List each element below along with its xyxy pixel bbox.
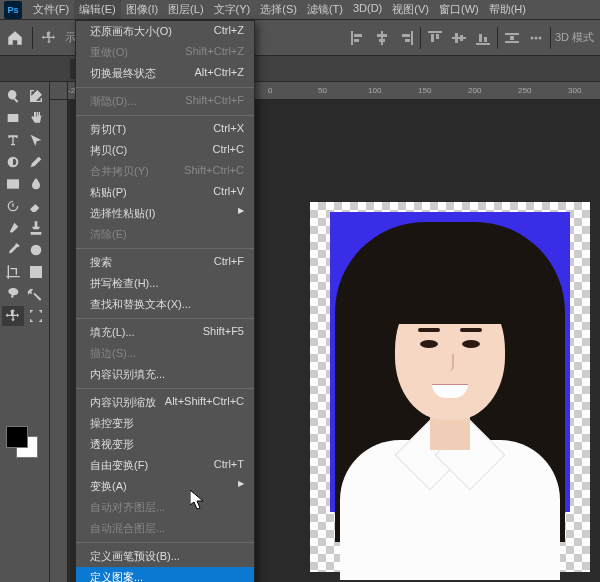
- menu-item-label: 还原画布大小(O): [90, 24, 172, 39]
- type-tool[interactable]: [2, 130, 24, 150]
- align-top-icon[interactable]: [425, 28, 445, 48]
- align-right-icon[interactable]: [396, 28, 416, 48]
- portrait-photo: [330, 212, 570, 572]
- menu-separator: [76, 115, 254, 116]
- menu-文件f[interactable]: 文件(F): [28, 0, 74, 19]
- menu-item-label: 粘贴(P): [90, 185, 127, 200]
- menu-item[interactable]: 定义画笔预设(B)...: [76, 546, 254, 567]
- dodge-tool[interactable]: [2, 152, 24, 172]
- crop-tool[interactable]: [2, 262, 24, 282]
- ruler-tick: 50: [318, 86, 327, 95]
- menu-item[interactable]: 拷贝(C)Ctrl+C: [76, 140, 254, 161]
- frame-tool[interactable]: [26, 262, 48, 282]
- align-center-h-icon[interactable]: [372, 28, 392, 48]
- menu-item[interactable]: 内容识别缩放Alt+Shift+Ctrl+C: [76, 392, 254, 413]
- menu-帮助h[interactable]: 帮助(H): [484, 0, 531, 19]
- menu-item-label: 操控变形: [90, 416, 134, 431]
- menu-item[interactable]: 定义图案...: [76, 567, 254, 582]
- menu-图层l[interactable]: 图层(L): [163, 0, 208, 19]
- zoom-icon: [5, 88, 21, 104]
- move-icon: [5, 308, 21, 324]
- eraser-icon: [28, 198, 44, 214]
- lasso-tool[interactable]: [2, 284, 24, 304]
- fg-color[interactable]: [6, 426, 28, 448]
- menu-item-label: 选择性粘贴(I): [90, 206, 155, 221]
- align-left-icon[interactable]: [348, 28, 368, 48]
- menu-shortcut: Shift+Ctrl+Z: [185, 45, 244, 60]
- hand-tool[interactable]: [26, 108, 48, 128]
- align-middle-v-icon[interactable]: [449, 28, 469, 48]
- blur-tool[interactable]: [26, 174, 48, 194]
- eyedrop-tool[interactable]: [2, 240, 24, 260]
- menu-item[interactable]: 切换最终状态Alt+Ctrl+Z: [76, 63, 254, 84]
- lasso-icon: [5, 286, 21, 302]
- menu-item-label: 定义图案...: [90, 570, 143, 582]
- menubar: Ps 文件(F)编辑(E)图像(I)图层(L)文字(Y)选择(S)滤镜(T)3D…: [0, 0, 600, 20]
- move-tool-icon[interactable]: [41, 30, 57, 46]
- svg-rect-16: [479, 34, 482, 42]
- history-tool[interactable]: [2, 196, 24, 216]
- move-tool[interactable]: [2, 306, 24, 326]
- menu-item[interactable]: 剪切(T)Ctrl+X: [76, 119, 254, 140]
- menu-编辑e[interactable]: 编辑(E): [74, 0, 121, 19]
- wand-tool[interactable]: [26, 284, 48, 304]
- spot-tool[interactable]: [26, 240, 48, 260]
- submenu-arrow-icon: ▶: [238, 206, 244, 221]
- menu-视图v[interactable]: 视图(V): [387, 0, 434, 19]
- menu-item[interactable]: 内容识别填充...: [76, 364, 254, 385]
- brush-tool[interactable]: [2, 218, 24, 238]
- menu-separator: [76, 318, 254, 319]
- svg-point-21: [530, 36, 533, 39]
- menu-item[interactable]: 透视变形: [76, 434, 254, 455]
- menu-item[interactable]: 自由变换(F)Ctrl+T: [76, 455, 254, 476]
- menu-item-label: 渐隐(D)...: [90, 94, 136, 109]
- menu-item-label: 搜索: [90, 255, 112, 270]
- menu-item-label: 自动混合图层...: [90, 521, 165, 536]
- menu-item[interactable]: 还原画布大小(O)Ctrl+Z: [76, 21, 254, 42]
- menu-item[interactable]: 操控变形: [76, 413, 254, 434]
- menu-item[interactable]: 选择性粘贴(I)▶: [76, 203, 254, 224]
- menu-item[interactable]: 变换(A)▶: [76, 476, 254, 497]
- menu-选择s[interactable]: 选择(S): [255, 0, 302, 19]
- menu-item[interactable]: 查找和替换文本(X)...: [76, 294, 254, 315]
- menu-3dd[interactable]: 3D(D): [348, 0, 387, 19]
- menu-窗口w[interactable]: 窗口(W): [434, 0, 484, 19]
- app-logo: Ps: [4, 1, 22, 19]
- menu-item[interactable]: 拼写检查(H)...: [76, 273, 254, 294]
- svg-rect-14: [460, 35, 463, 41]
- menu-图像i[interactable]: 图像(I): [121, 0, 163, 19]
- edit-tool[interactable]: [26, 86, 48, 106]
- svg-rect-2: [354, 39, 359, 42]
- gradient-icon: [5, 176, 21, 192]
- menu-item[interactable]: 粘贴(P)Ctrl+V: [76, 182, 254, 203]
- gradient-tool[interactable]: [2, 174, 24, 194]
- menu-item-label: 重做(O): [90, 45, 128, 60]
- eraser-tool[interactable]: [26, 196, 48, 216]
- menu-shortcut: Ctrl+X: [213, 122, 244, 137]
- frame-icon: [28, 264, 44, 280]
- path-tool[interactable]: [26, 130, 48, 150]
- menu-item[interactable]: 填充(L)...Shift+F5: [76, 322, 254, 343]
- rect-tool[interactable]: [2, 108, 24, 128]
- menu-文字y[interactable]: 文字(Y): [209, 0, 256, 19]
- menu-shortcut: Ctrl+Z: [214, 24, 244, 39]
- pen-tool[interactable]: [26, 152, 48, 172]
- divider: [32, 27, 33, 49]
- menu-滤镜t[interactable]: 滤镜(T): [302, 0, 348, 19]
- menu-item-label: 合并拷贝(Y): [90, 164, 149, 179]
- menu-item-label: 透视变形: [90, 437, 134, 452]
- ruler-vertical: [50, 100, 68, 582]
- color-swatch[interactable]: [4, 426, 44, 462]
- more-icon[interactable]: [526, 28, 546, 48]
- ruler-corner: [50, 82, 68, 100]
- marquee-tool[interactable]: [26, 306, 48, 326]
- edit-icon: [28, 88, 44, 104]
- zoom-tool[interactable]: [2, 86, 24, 106]
- stamp-tool[interactable]: [26, 218, 48, 238]
- menu-item[interactable]: 搜索Ctrl+F: [76, 252, 254, 273]
- distribute-icon[interactable]: [502, 28, 522, 48]
- menu-item-label: 自由变换(F): [90, 458, 148, 473]
- home-icon[interactable]: [6, 29, 24, 47]
- svg-rect-7: [402, 34, 410, 37]
- align-bottom-icon[interactable]: [473, 28, 493, 48]
